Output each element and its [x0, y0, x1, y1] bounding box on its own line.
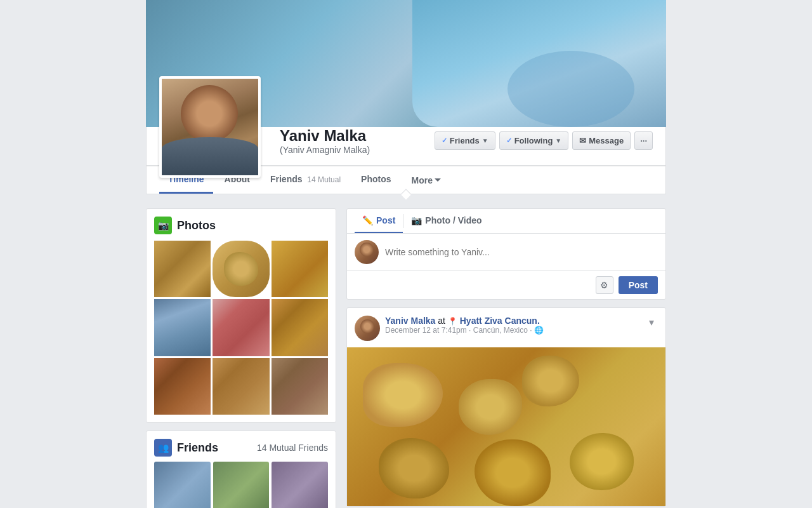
- friends-card-title: 👥 Friends 14 Mutual Friends: [154, 439, 328, 457]
- camera-icon: 📷: [411, 215, 422, 225]
- photo-cell-4[interactable]: [154, 299, 211, 356]
- photo-cell-8[interactable]: [213, 358, 269, 415]
- photos-grid: [154, 241, 328, 415]
- more-button[interactable]: ···: [634, 131, 653, 150]
- location-pin-icon: 📍: [448, 317, 457, 326]
- post-location-line: Yaniv Malka at 📍 Hyatt Ziva Cancun.: [385, 316, 658, 326]
- friends-card: 👥 Friends 14 Mutual Friends: [146, 431, 336, 508]
- photo-cell-9[interactable]: [272, 358, 328, 415]
- feed-post: Yaniv Malka at 📍 Hyatt Ziva Cancun. Dece…: [346, 307, 666, 507]
- post-author-avatar[interactable]: [355, 316, 380, 341]
- check-icon-following: ✓: [506, 137, 512, 145]
- photo-cell-3[interactable]: [272, 241, 328, 297]
- potato-decoration-4: [475, 439, 551, 506]
- collapse-button[interactable]: ▾: [645, 316, 658, 328]
- message-button[interactable]: ✉ Message: [572, 131, 631, 150]
- following-button[interactable]: ✓ Following ▼: [499, 131, 569, 150]
- potato-decoration-2: [379, 438, 449, 498]
- composer-avatar: [355, 240, 379, 264]
- photos-title-icon: 📷: [154, 217, 172, 234]
- globe-icon: 🌐: [534, 326, 544, 335]
- friend-cell-2[interactable]: [213, 462, 270, 508]
- photo-cell-1[interactable]: [154, 241, 211, 297]
- friend-cell-1[interactable]: [154, 462, 211, 508]
- profile-name-area: Yaniv Malka (Yaniv Amagniv Malka): [280, 127, 435, 157]
- photos-card: 📷 Photos: [146, 208, 336, 423]
- profile-alt-name: (Yaniv Amagniv Malka): [280, 145, 435, 155]
- composer-body: [347, 234, 665, 271]
- post-time: December 12 at 7:41pm · Cancún, Mexico ·…: [385, 326, 658, 335]
- friend-cell-3[interactable]: [272, 462, 328, 508]
- chevron-down-icon-more: [435, 178, 441, 182]
- composer-card: ✏️ Post 📷 Photo / Video ⚙ Post: [346, 208, 666, 300]
- potato-decoration-1: [522, 356, 579, 406]
- post-header: Yaniv Malka at 📍 Hyatt Ziva Cancun. Dece…: [347, 308, 665, 341]
- photo-cell-5[interactable]: [213, 299, 269, 356]
- post-image: [347, 347, 665, 506]
- pencil-icon: ✏️: [362, 215, 373, 225]
- photo-cell-6[interactable]: [272, 299, 328, 356]
- potato-decoration-3: [570, 433, 633, 490]
- profile-name: Yaniv Malka: [280, 127, 435, 145]
- composer-tab-photo-video[interactable]: 📷 Photo / Video: [403, 209, 489, 233]
- chevron-down-icon-following: ▼: [555, 137, 561, 144]
- profile-actions: ✓ Friends ▼ ✓ Following ▼ ✉ Message ···: [435, 131, 653, 157]
- post-input[interactable]: [385, 242, 658, 262]
- message-icon: ✉: [579, 136, 586, 145]
- composer-tabs: ✏️ Post 📷 Photo / Video: [347, 209, 665, 234]
- friends-grid: [154, 462, 328, 508]
- chevron-down-icon: ▼: [482, 137, 488, 144]
- post-button[interactable]: Post: [619, 276, 658, 294]
- post-author-name[interactable]: Yaniv Malka: [385, 316, 435, 326]
- settings-button[interactable]: ⚙: [596, 276, 613, 294]
- photo-cell-7[interactable]: [154, 358, 211, 415]
- tab-photos[interactable]: Photos: [352, 166, 400, 194]
- post-meta: Yaniv Malka at 📍 Hyatt Ziva Cancun. Dece…: [385, 316, 658, 335]
- profile-section: Yaniv Malka (Yaniv Amagniv Malka) ✓ Frie…: [146, 127, 666, 166]
- friends-button[interactable]: ✓ Friends ▼: [435, 131, 495, 150]
- composer-tab-post[interactable]: ✏️ Post: [355, 209, 403, 233]
- check-icon: ✓: [442, 137, 447, 145]
- main-content: 📷 Photos 👥 Friends: [146, 208, 666, 508]
- friends-title-icon: 👥: [154, 439, 172, 457]
- post-location-link[interactable]: Hyatt Ziva Cancun.: [460, 316, 540, 326]
- tab-friends[interactable]: Friends 14 Mutual: [261, 166, 350, 194]
- photos-card-title: 📷 Photos: [154, 217, 328, 234]
- tab-more[interactable]: More: [403, 168, 450, 193]
- right-column: ✏️ Post 📷 Photo / Video ⚙ Post: [346, 208, 666, 508]
- composer-footer: ⚙ Post: [347, 271, 665, 299]
- photo-cell-2[interactable]: [213, 241, 269, 297]
- left-column: 📷 Photos 👥 Friends: [146, 208, 336, 508]
